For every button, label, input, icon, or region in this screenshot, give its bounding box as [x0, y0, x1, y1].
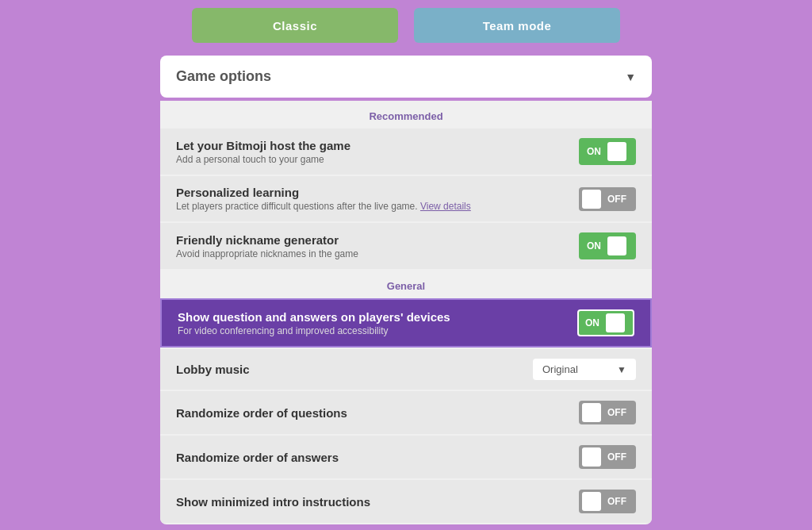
randomize-answers-title: Randomize order of answers: [176, 451, 579, 464]
dropdown-arrow-icon: ▼: [617, 364, 626, 375]
randomize-answers-text-block: Randomize order of answers: [176, 451, 579, 464]
minimized-intro-toggle-slider: [582, 492, 601, 511]
show-question-title: Show question and answers on players' de…: [178, 310, 577, 324]
bitmoji-option-row: Let your Bitmoji host the game Add a per…: [160, 129, 652, 175]
personalized-learning-title: Personalized learning: [176, 186, 579, 199]
lobby-music-value: Original: [542, 363, 611, 375]
nickname-text-block: Friendly nickname generator Avoid inappr…: [176, 233, 579, 259]
lobby-music-option-row: Lobby music Original ▼: [160, 349, 652, 390]
personalized-learning-text-block: Personalized learning Let players practi…: [176, 186, 579, 212]
show-question-option-row: Show question and answers on players' de…: [160, 298, 652, 348]
minimized-intro-toggle[interactable]: OFF: [579, 490, 636, 513]
mode-buttons: Classic Team mode: [160, 8, 652, 43]
nickname-toggle[interactable]: ON: [579, 232, 636, 259]
show-question-subtitle: For video conferencing and improved acce…: [178, 325, 577, 336]
personalized-learning-toggle-label: OFF: [604, 194, 630, 205]
randomize-answers-toggle[interactable]: OFF: [579, 445, 636, 469]
bitmoji-subtitle: Add a personal touch to your game: [176, 154, 579, 165]
lobby-music-dropdown[interactable]: Original ▼: [533, 359, 636, 380]
randomize-questions-option-row: Randomize order of questions OFF: [160, 391, 652, 434]
nickname-subtitle: Avoid inappropriate nicknames in the gam…: [176, 248, 579, 259]
minimized-intro-option-row: Show minimized intro instructions OFF: [160, 480, 652, 523]
randomize-questions-toggle[interactable]: OFF: [579, 401, 636, 424]
nickname-toggle-slider: [607, 236, 626, 255]
general-section-label: General: [160, 271, 652, 298]
chevron-down-icon: ▼: [625, 71, 636, 83]
nickname-title: Friendly nickname generator: [176, 233, 579, 247]
personalized-learning-option-row: Personalized learning Let players practi…: [160, 176, 652, 221]
randomize-questions-toggle-label: OFF: [604, 407, 630, 418]
show-question-toggle-label: ON: [582, 317, 603, 328]
lobby-music-title: Lobby music: [176, 363, 533, 376]
view-details-link[interactable]: View details: [420, 201, 471, 212]
bitmoji-toggle-slider: [607, 142, 626, 161]
bitmoji-toggle[interactable]: ON: [579, 138, 636, 165]
randomize-questions-toggle-slider: [582, 403, 601, 422]
personalized-learning-toggle-slider: [582, 190, 601, 209]
game-options-header[interactable]: Game options ▼: [160, 56, 652, 98]
team-mode-button[interactable]: Team mode: [414, 8, 620, 43]
recommended-section-label: Recommended: [160, 101, 652, 129]
minimized-intro-title: Show minimized intro instructions: [176, 495, 579, 509]
bitmoji-toggle-label: ON: [584, 146, 604, 157]
randomize-questions-title: Randomize order of questions: [176, 406, 579, 420]
main-container: Classic Team mode Game options ▼ Recomme…: [160, 0, 652, 524]
game-options-title: Game options: [176, 68, 271, 85]
show-question-toggle[interactable]: ON: [577, 309, 634, 336]
options-panel: Recommended Let your Bitmoji host the ga…: [160, 101, 652, 524]
personalized-learning-subtitle: Let players practice difficult questions…: [176, 201, 579, 212]
classic-button[interactable]: Classic: [192, 8, 398, 43]
randomize-answers-toggle-slider: [582, 447, 601, 467]
nickname-option-row: Friendly nickname generator Avoid inappr…: [160, 223, 652, 269]
lobby-music-text-block: Lobby music: [176, 363, 533, 376]
bitmoji-text-block: Let your Bitmoji host the game Add a per…: [176, 139, 579, 165]
bitmoji-title: Let your Bitmoji host the game: [176, 139, 579, 152]
show-question-toggle-slider: [606, 313, 625, 332]
randomize-answers-option-row: Randomize order of answers OFF: [160, 436, 652, 478]
show-question-text-block: Show question and answers on players' de…: [178, 310, 577, 336]
nickname-toggle-label: ON: [584, 240, 604, 252]
randomize-questions-text-block: Randomize order of questions: [176, 406, 579, 420]
randomize-answers-toggle-label: OFF: [604, 451, 630, 463]
minimized-intro-toggle-label: OFF: [604, 496, 630, 507]
personalized-learning-toggle[interactable]: OFF: [579, 187, 636, 211]
minimized-intro-text-block: Show minimized intro instructions: [176, 495, 579, 509]
